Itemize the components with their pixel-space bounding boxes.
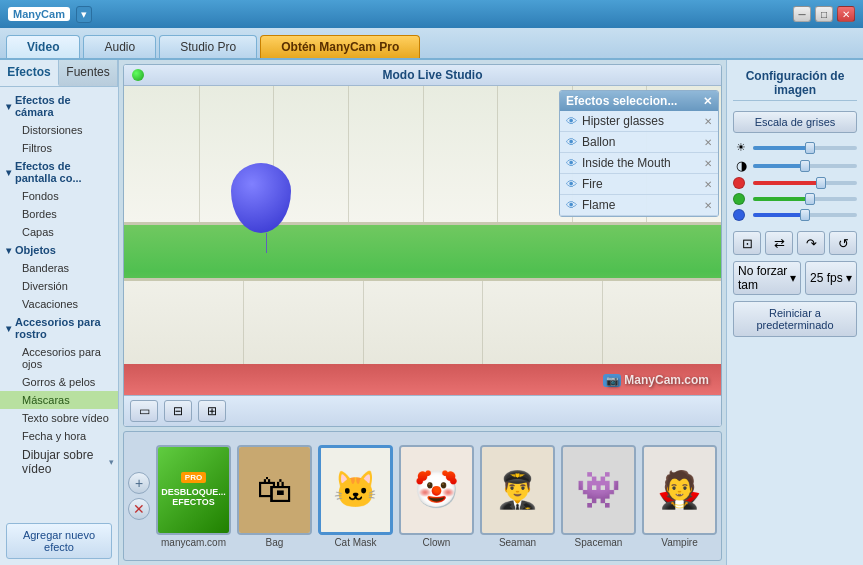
tree-item-vacaciones[interactable]: Vacaciones — [0, 295, 118, 313]
contrast-thumb[interactable] — [800, 160, 810, 172]
tree-item-capas[interactable]: Capas — [0, 223, 118, 241]
left-panel-tabs: Efectos Fuentes — [0, 60, 118, 87]
thumb-item-bag[interactable]: 🛍 Bag — [237, 445, 312, 548]
effect-item-fire[interactable]: 👁 Fire ✕ — [560, 174, 718, 195]
thumb-pro-content: PRO DESBLOQUE...EFECTOS — [158, 447, 229, 533]
thumb-item-vampire[interactable]: 🧛 Vampire — [642, 445, 717, 548]
thumb-cat-content: 🐱 — [321, 448, 390, 532]
effects-panel-close[interactable]: ✕ — [703, 95, 712, 108]
thumb-item-clown[interactable]: 🤡 Clown — [399, 445, 474, 548]
minimize-button[interactable]: ─ — [793, 6, 811, 22]
green-track[interactable] — [753, 197, 857, 201]
thumb-img-vampire: 🧛 — [642, 445, 717, 535]
tree-item-accesorios-ojos[interactable]: Accesorios para ojos — [0, 343, 118, 373]
thumb-item-cat-mask[interactable]: 🐱 Cat Mask — [318, 445, 393, 548]
tree-item-gorros[interactable]: Gorros & pelos — [0, 373, 118, 391]
tooth-divider-4 — [423, 86, 424, 222]
blue-thumb[interactable] — [800, 209, 810, 221]
view-single-button[interactable]: ▭ — [130, 400, 158, 422]
balloon-effect — [231, 163, 301, 243]
cat-icon: 🐱 — [333, 469, 378, 511]
tab-studio-pro[interactable]: Studio Pro — [159, 35, 257, 58]
thumb-label-manycam-pro: manycam.com — [161, 537, 226, 548]
vampire-icon: 🧛 — [657, 469, 702, 511]
blue-color-dot — [733, 209, 745, 221]
remove-effect-fire[interactable]: ✕ — [704, 179, 712, 190]
tab-video[interactable]: Video — [6, 35, 80, 58]
flip-v-button[interactable]: ⇄ — [765, 231, 793, 255]
tree-item-bordes[interactable]: Bordes — [0, 205, 118, 223]
tree-item-texto-video[interactable]: Texto sobre vídeo — [0, 409, 118, 427]
brightness-track[interactable] — [753, 146, 857, 150]
rotate-right-button[interactable]: ↷ — [797, 231, 825, 255]
green-thumb[interactable] — [805, 193, 815, 205]
view-split2-button[interactable]: ⊟ — [164, 400, 192, 422]
rotate-left-button[interactable]: ↺ — [829, 231, 857, 255]
sliders-section: ☀ ◑ — [733, 139, 857, 223]
thumb-label-vampire: Vampire — [661, 537, 698, 548]
app-menu-dropdown[interactable]: ▾ — [76, 6, 92, 23]
tree-item-distorsiones[interactable]: Distorsiones — [0, 121, 118, 139]
effect-item-ballon[interactable]: 👁 Ballon ✕ — [560, 132, 718, 153]
right-panel: Configuración de imagen Escala de grises… — [726, 60, 863, 565]
tree-item-dibujar[interactable]: Dibujar sobre vídeo ▾ — [0, 445, 118, 479]
tree-item-banderas[interactable]: Banderas — [0, 259, 118, 277]
view-split4-button[interactable]: ⊞ — [198, 400, 226, 422]
effects-tree: Efectos de cámara Distorsiones Filtros E… — [0, 87, 118, 517]
tree-group-camera-effects[interactable]: Efectos de cámara — [0, 91, 118, 121]
effects-panel-title: Efectos seleccion... — [566, 94, 677, 108]
grayscale-button[interactable]: Escala de grises — [733, 111, 857, 133]
tooth-divider-1 — [199, 86, 200, 222]
contrast-icon: ◑ — [733, 158, 749, 173]
balloon-string — [266, 233, 267, 253]
contrast-track[interactable] — [753, 164, 857, 168]
brightness-thumb[interactable] — [805, 142, 815, 154]
tree-group-screen-effects[interactable]: Efectos de pantalla co... — [0, 157, 118, 187]
blue-fill — [753, 213, 805, 217]
tree-group-objects[interactable]: Objetos — [0, 241, 118, 259]
balloon-body — [231, 163, 291, 233]
close-button[interactable]: ✕ — [837, 6, 855, 22]
content-area: Efectos Fuentes Efectos de cámara Distor… — [0, 60, 863, 565]
fps-select[interactable]: 25 fps ▾ — [805, 261, 857, 295]
tab-audio[interactable]: Audio — [83, 35, 156, 58]
tree-item-mascaras[interactable]: Máscaras — [0, 391, 118, 409]
tree-group-face-accessories[interactable]: Accesorios para rostro — [0, 313, 118, 343]
left-tab-fuentes[interactable]: Fuentes — [59, 60, 118, 86]
flip-h-button[interactable]: ⊡ — [733, 231, 761, 255]
tree-item-fondos[interactable]: Fondos — [0, 187, 118, 205]
thumb-item-seaman[interactable]: 👨‍✈️ Seaman — [480, 445, 555, 548]
video-header: Modo Live Studio — [124, 65, 721, 86]
tab-obtener-manycam-pro[interactable]: Obtén ManyCam Pro — [260, 35, 420, 58]
blue-track[interactable] — [753, 213, 857, 217]
reiniciar-button[interactable]: Reiniciar a predeterminado — [733, 301, 857, 337]
thumb-vampire-content: 🧛 — [644, 447, 715, 533]
effect-item-inside-mouth[interactable]: 👁 Inside the Mouth ✕ — [560, 153, 718, 174]
blue-slider-row — [733, 207, 857, 223]
thumb-remove-button[interactable]: ✕ — [128, 498, 150, 520]
remove-effect-mouth[interactable]: ✕ — [704, 158, 712, 169]
effect-item-flame[interactable]: 👁 Flame ✕ — [560, 195, 718, 216]
red-track[interactable] — [753, 181, 857, 185]
center-area: Modo Live Studio — [119, 60, 726, 565]
thumb-item-manycam-pro[interactable]: PRO DESBLOQUE...EFECTOS manycam.com — [156, 445, 231, 548]
thumb-item-spaceman[interactable]: 👾 Spaceman — [561, 445, 636, 548]
left-tab-efectos[interactable]: Efectos — [0, 60, 59, 86]
eye-icon-mouth: 👁 — [566, 157, 577, 169]
video-controls: ▭ ⊟ ⊞ — [124, 395, 721, 426]
thumb-img-bag: 🛍 — [237, 445, 312, 535]
remove-effect-flame[interactable]: ✕ — [704, 200, 712, 211]
thumb-add-button[interactable]: + — [128, 472, 150, 494]
no-forzar-select[interactable]: No forzar tam ▾ — [733, 261, 801, 295]
thumb-label-seaman: Seaman — [499, 537, 536, 548]
effect-item-hipster[interactable]: 👁 Hipster glasses ✕ — [560, 111, 718, 132]
red-thumb[interactable] — [816, 177, 826, 189]
add-effect-button[interactable]: Agregar nuevo efecto — [6, 523, 112, 559]
remove-effect-hipster[interactable]: ✕ — [704, 116, 712, 127]
tree-item-diversion[interactable]: Diversión — [0, 277, 118, 295]
maximize-button[interactable]: □ — [815, 6, 833, 22]
brightness-slider-row: ☀ — [733, 139, 857, 156]
tree-item-fecha-hora[interactable]: Fecha y hora — [0, 427, 118, 445]
tree-item-filtros[interactable]: Filtros — [0, 139, 118, 157]
remove-effect-ballon[interactable]: ✕ — [704, 137, 712, 148]
